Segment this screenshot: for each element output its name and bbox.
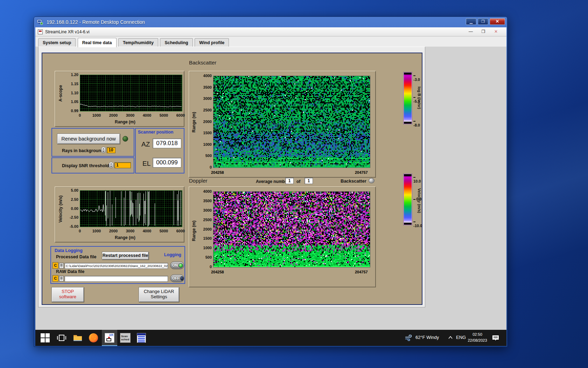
az-value-field[interactable]: 079.018 (153, 138, 181, 148)
app-close-button[interactable]: ✕ (491, 28, 501, 35)
tick-label: 1000 (203, 142, 212, 147)
tick-label: 2500 (203, 108, 212, 113)
weather-text[interactable]: 62°F Windy (415, 335, 439, 340)
taskbar: XR Scan sched (35, 330, 506, 346)
streamline-xr-taskbar-slot[interactable]: XR (102, 330, 117, 346)
rdp-minimize-button[interactable]: ▁ (466, 18, 476, 25)
tick-label: 2000 (105, 229, 122, 233)
tick-label: 4000 (203, 74, 212, 78)
tick-label: 1500 (203, 236, 212, 241)
tick-label: 2000 (105, 113, 122, 118)
doppler-y-axis: 4000 3500 3000 2500 2000 1500 1000 500 0 (198, 189, 212, 269)
processed-logging-toggle-on[interactable]: ON (170, 261, 184, 269)
rdp-maximize-button[interactable]: ❐ (478, 18, 488, 25)
tick-label: 2000 (203, 120, 212, 124)
ascope-y-title: A-scope (58, 79, 63, 108)
off-label: OFF (172, 276, 180, 280)
scan-line1: Scan (121, 335, 130, 338)
doppler-time-start: 204258 (211, 270, 224, 274)
doppler-colorbar (404, 174, 412, 225)
backscatter-toggle-label: Backscatter (341, 178, 366, 184)
raw-path-field[interactable] (64, 276, 168, 282)
backscatter-title: Backscatter (189, 60, 216, 66)
raw-drive-selector[interactable]: C (52, 275, 58, 282)
tick-label: 6000 (172, 229, 189, 233)
backscatter-time-end: 204757 (355, 170, 368, 175)
streamline-xr-icon: XR (105, 333, 114, 343)
snr-threshold-label: Display SNR threshold (62, 163, 109, 168)
of-label: of (296, 179, 300, 184)
wind-weather-icon[interactable] (405, 335, 413, 341)
tab-system-setup[interactable]: System setup (38, 38, 76, 47)
language-indicator[interactable]: ENG (456, 335, 466, 340)
ascope-plot (80, 75, 182, 111)
rays-spinner[interactable]: ▲▼ (101, 147, 106, 153)
change-lidar-settings-button[interactable]: Change LiDAR Settings (139, 287, 179, 302)
windows-logo-icon (41, 333, 50, 342)
tick-label: 1.20 (71, 73, 78, 77)
tick-label: 5000 (155, 229, 172, 233)
file-explorer-icon[interactable] (73, 333, 83, 343)
tick-label: 1.15 (71, 82, 78, 86)
el-value-field[interactable]: 000.099 (153, 158, 181, 168)
clock[interactable]: 02:50 22/08/2023 (467, 332, 488, 343)
processed-drive-selector[interactable]: C (52, 262, 58, 269)
snr-spinner[interactable]: ▲▼ (109, 162, 113, 168)
backscatter-colorbar (404, 72, 412, 124)
scan-line2: sched (121, 338, 130, 341)
tick-label: 500 (205, 154, 212, 158)
tab-scheduling[interactable]: Scheduling (160, 38, 192, 47)
renew-background-button[interactable]: Renew background now (57, 134, 120, 144)
backscatter-toggle-switch[interactable] (369, 178, 374, 183)
logging-label: Logging (164, 252, 181, 257)
rdp-close-button[interactable]: ✕ (490, 18, 505, 25)
restart-processed-file-button[interactable]: Restart processed file (102, 252, 149, 260)
processed-path-field[interactable]: C:\Lidar\Data\Proc\2023\202308\20230822\… (64, 263, 168, 269)
notification-center-icon[interactable] (492, 335, 499, 341)
tick-label: 3500 (203, 85, 212, 90)
average-total-field[interactable]: 1 (304, 178, 313, 184)
tick-label: 3000 (203, 208, 212, 213)
rays-value-field[interactable]: 10 (107, 147, 115, 153)
scanner-position-box: Scanner position AZ 079.018 EL 000.099 (135, 128, 184, 173)
doppler-title: Doppler (189, 178, 208, 184)
data-logging-title: Data Logging (55, 248, 83, 253)
firefox-icon[interactable] (88, 333, 99, 343)
tab-strip: System setup Real time data Temp/humidit… (35, 36, 506, 47)
clock-time: 02:50 (467, 332, 488, 338)
tick-label: 1000 (88, 229, 105, 233)
background-controls-box: Renew background now Rays in background … (51, 128, 134, 157)
on-lamp (178, 263, 183, 268)
tab-wind-profile[interactable]: Wind profile (195, 38, 229, 47)
tick-label: 0 (71, 229, 88, 233)
tick-label: 4000 (203, 189, 212, 194)
stop-line1: STOP (52, 289, 84, 294)
app-restore-button[interactable]: ❐ (478, 28, 488, 35)
tick-label: 0 (210, 265, 212, 269)
rdp-titlebar[interactable]: 192.168.0.122 - Remote Desktop Connectio… (34, 17, 507, 27)
week-planner-icon[interactable] (137, 333, 146, 343)
raw-logging-toggle-off[interactable]: OFF (170, 274, 184, 282)
tick-label: 2.50 (71, 197, 78, 202)
tab-temp-humidity[interactable]: Temp/humidity (118, 38, 158, 47)
desktop-background: 192.168.0.122 - Remote Desktop Connectio… (0, 0, 588, 368)
app-minimize-button[interactable]: — (466, 28, 476, 35)
app-titlebar[interactable]: StreamLine XR v14-6.vi — ❐ ✕ (35, 27, 506, 36)
tab-real-time-data[interactable]: Real time data (78, 38, 117, 47)
task-view-icon[interactable] (57, 333, 66, 343)
average-number-field[interactable]: 1 (285, 178, 294, 184)
start-button[interactable] (41, 333, 50, 342)
labview-vi-icon (38, 29, 43, 34)
scan-scheduler-icon[interactable]: Scan sched (120, 333, 131, 343)
stop-software-button[interactable]: STOP software (51, 287, 84, 302)
rdp-computer-icon (37, 19, 43, 25)
snr-value-field[interactable]: 1 (114, 162, 131, 168)
background-status-led (122, 136, 128, 142)
el-label: EL (142, 160, 150, 168)
processed-browse-icon[interactable] (59, 263, 64, 268)
tray-chevron-icon[interactable] (448, 336, 453, 339)
tick-label: 0.00 (71, 206, 78, 211)
raw-browse-icon[interactable] (59, 276, 64, 281)
doppler-colorbar-title: Velocity (m/s) (417, 178, 421, 223)
tick-label: 5.00 (71, 188, 78, 193)
